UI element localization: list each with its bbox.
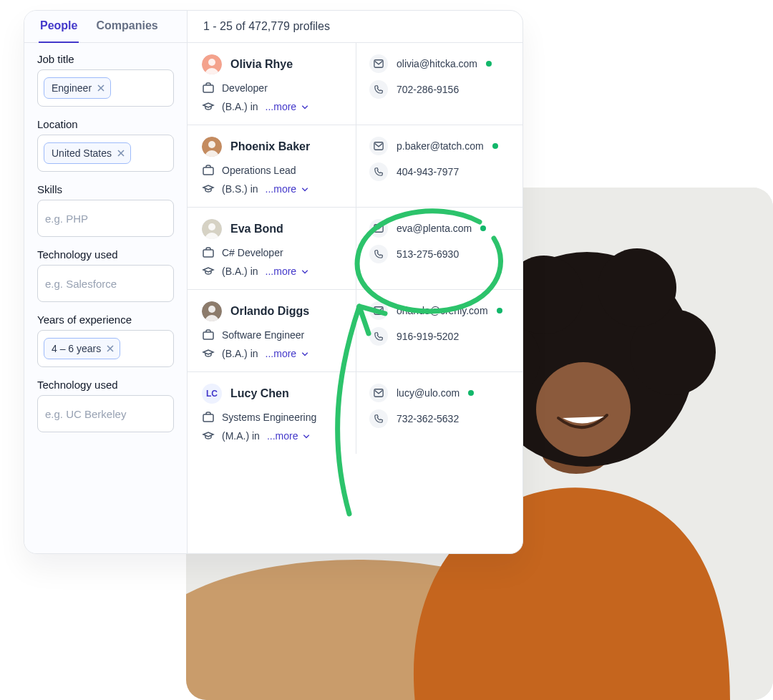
profile-email[interactable]: eva@plenta.com <box>369 219 510 238</box>
status-dot <box>486 61 492 67</box>
profile-name: Orlando Diggs <box>230 305 309 318</box>
more-link[interactable]: ...more <box>266 266 297 277</box>
profile-email[interactable]: p.baker@tatch.com <box>369 137 510 155</box>
profile-header: LCLucy Chen <box>202 384 346 404</box>
more-link[interactable]: ...more <box>267 430 298 442</box>
tabs: People Companies <box>24 11 188 42</box>
filter-input[interactable] <box>37 265 174 302</box>
profile-phone[interactable]: 732-362-5632 <box>369 409 510 428</box>
profile-role-line: C# Developer <box>202 246 346 259</box>
avatar <box>202 54 222 74</box>
filter-input[interactable] <box>37 395 174 432</box>
more-link[interactable]: ...more <box>266 183 297 195</box>
filter-chip[interactable]: Engineer <box>44 77 111 99</box>
close-icon[interactable] <box>117 150 125 157</box>
profile-phone[interactable]: 404-943-7977 <box>369 162 510 181</box>
close-icon[interactable] <box>107 345 114 352</box>
filter-input[interactable]: United States <box>37 135 174 172</box>
profile-contact: eva@plenta.com513-275-6930 <box>356 208 522 289</box>
profile-header: Phoenix Baker <box>202 137 346 157</box>
status-dot <box>492 143 498 149</box>
profiles-app: People Companies 1 - 25 of 472,779 profi… <box>24 10 523 554</box>
cap-icon <box>202 265 215 278</box>
close-icon[interactable] <box>97 84 104 92</box>
more-link[interactable]: ...more <box>266 348 297 359</box>
profile-phone[interactable]: 916-919-5202 <box>369 327 510 346</box>
tab-people[interactable]: People <box>40 19 77 42</box>
filter-group: Years of experience4 – 6 years <box>37 313 174 367</box>
phone-icon <box>369 80 388 99</box>
filter-chip[interactable]: 4 – 6 years <box>44 338 120 359</box>
brief-icon <box>202 246 215 259</box>
email-text: eva@plenta.com <box>397 223 472 234</box>
profile-contact: p.baker@tatch.com404-943-7977 <box>356 125 522 207</box>
filter-chip-label: Engineer <box>52 82 92 94</box>
brief-icon <box>202 164 215 177</box>
profile-summary: Phoenix BakerOperations Lead(B.S.) in ..… <box>188 125 356 207</box>
filter-chip-label: United States <box>52 147 112 159</box>
profile-degree: (B.A.) in <box>222 266 258 277</box>
filter-text-input[interactable] <box>44 407 167 421</box>
filter-group: Job titleEngineer <box>37 53 174 107</box>
filter-group: Technology used <box>37 248 174 302</box>
profile-contact: orlando@crenly.com916-919-5202 <box>356 290 522 371</box>
profile-header: Orlando Diggs <box>202 301 346 321</box>
profile-role: Developer <box>222 82 268 94</box>
tab-companies[interactable]: Companies <box>96 19 157 42</box>
profile-header: Olivia Rhye <box>202 54 346 74</box>
profile-education-line: (B.A.) in ...more <box>202 347 346 360</box>
profile-email[interactable]: lucy@ulo.com <box>369 384 510 402</box>
profile-role: Systems Engineering <box>222 412 316 423</box>
profile-phone[interactable]: 513-275-6930 <box>369 245 510 263</box>
profile-role: C# Developer <box>222 247 283 258</box>
filters-sidebar: Job titleEngineerLocationUnited StatesSk… <box>24 43 188 553</box>
filter-input[interactable]: Engineer <box>37 69 174 107</box>
profile-row[interactable]: Phoenix BakerOperations Lead(B.S.) in ..… <box>188 125 522 208</box>
filter-label: Location <box>37 118 174 130</box>
profile-education-line: (B.A.) in ...more <box>202 100 346 113</box>
profile-role-line: Systems Engineering <box>202 411 346 424</box>
filter-chip[interactable]: United States <box>44 142 131 164</box>
phone-text: 513-275-6930 <box>397 248 459 260</box>
filter-label: Job title <box>37 53 174 65</box>
brief-icon <box>202 411 215 424</box>
profile-summary: LCLucy ChenSystems Engineering(M.A.) in … <box>188 372 356 454</box>
filter-text-input[interactable] <box>44 212 167 225</box>
phone-icon <box>369 162 388 181</box>
more-link[interactable]: ...more <box>266 101 297 112</box>
phone-text: 404-943-7977 <box>397 166 459 178</box>
cap-icon <box>202 347 215 360</box>
svg-point-16 <box>208 223 215 230</box>
brief-icon <box>202 329 215 341</box>
chevron-down-icon <box>301 102 309 111</box>
chevron-down-icon <box>301 185 309 193</box>
email-text: olivia@hitcka.com <box>397 58 477 69</box>
profile-row[interactable]: Eva BondC# Developer(B.A.) in ...moreeva… <box>188 208 522 290</box>
profile-phone[interactable]: 702-286-9156 <box>369 80 510 99</box>
result-count: 1 - 25 of 472,779 profiles <box>188 11 522 42</box>
filter-text-input[interactable] <box>44 277 167 291</box>
profile-row[interactable]: Olivia RhyeDeveloper(B.A.) in ...moreoli… <box>188 43 522 125</box>
svg-point-10 <box>536 362 631 457</box>
profile-email[interactable]: orlando@crenly.com <box>369 301 510 320</box>
profile-contact: olivia@hitcka.com702-286-9156 <box>356 43 522 125</box>
cap-icon <box>202 183 215 195</box>
phone-text: 732-362-5632 <box>397 413 459 424</box>
status-dot <box>480 225 486 231</box>
profile-role-line: Software Engineer <box>202 329 346 341</box>
profile-summary: Eva BondC# Developer(B.A.) in ...more <box>188 208 356 289</box>
profile-row[interactable]: LCLucy ChenSystems Engineering(M.A.) in … <box>188 372 522 454</box>
filter-group: Skills <box>37 183 174 237</box>
email-text: p.baker@tatch.com <box>397 140 484 152</box>
profile-row[interactable]: Orlando DiggsSoftware Engineer(B.A.) in … <box>188 290 522 372</box>
filter-label: Technology used <box>37 379 174 391</box>
chevron-down-icon <box>302 432 311 440</box>
profile-role: Operations Lead <box>222 165 296 176</box>
chevron-down-icon <box>301 349 309 358</box>
filter-input[interactable] <box>37 200 174 237</box>
svg-point-14 <box>208 141 215 148</box>
profile-role-line: Operations Lead <box>202 164 346 177</box>
profiles-list: Olivia RhyeDeveloper(B.A.) in ...moreoli… <box>188 43 522 553</box>
profile-email[interactable]: olivia@hitcka.com <box>369 54 510 73</box>
filter-input[interactable]: 4 – 6 years <box>37 330 174 367</box>
